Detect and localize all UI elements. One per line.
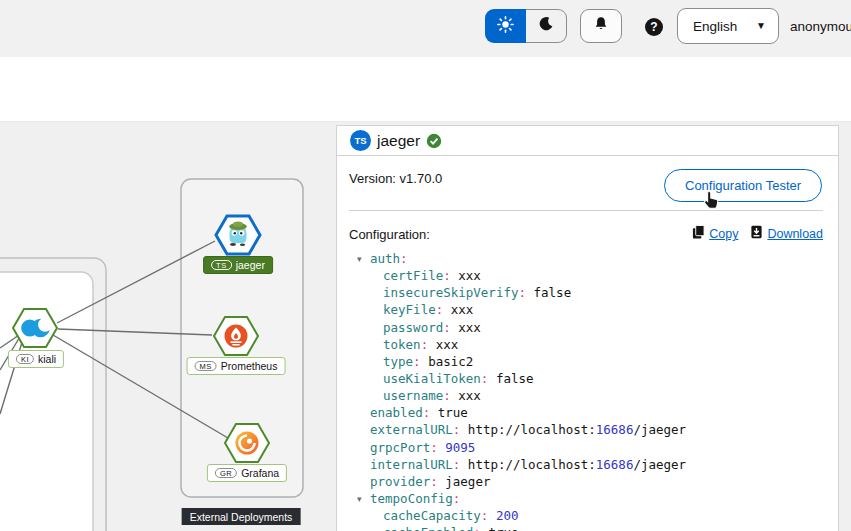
yaml-line: provider: jaeger [357, 473, 835, 490]
node-label-kiali[interactable]: KI kiali [8, 350, 64, 368]
yaml-value: xxx [458, 320, 481, 335]
check-circle-icon [426, 133, 442, 149]
yaml-colon: : [436, 302, 444, 317]
external-deployments-badge: External Deployments [182, 508, 301, 525]
yaml-key: cacheEnabled [383, 525, 473, 531]
grafana-logo [236, 432, 259, 455]
user-menu[interactable]: anonymous [790, 19, 851, 34]
yaml-colon: : [443, 388, 451, 403]
yaml-value: xxx [458, 268, 481, 283]
yaml-line: ▾tempoConfig: [357, 490, 835, 507]
masthead: ? English ▼ anonymous [0, 0, 851, 57]
theme-toggle-group [485, 9, 567, 43]
panel-title: jaeger [377, 132, 420, 150]
yaml-value: true [438, 405, 468, 420]
copy-link-label: Copy [709, 227, 738, 241]
yaml-value: false [534, 285, 572, 300]
yaml-colon: : [453, 457, 461, 472]
collapse-caret-icon[interactable]: ▾ [357, 251, 370, 268]
yaml-line: cacheEnabled: true [357, 524, 835, 531]
yaml-line: username: xxx [357, 387, 835, 404]
node-prometheus[interactable] [214, 317, 258, 355]
yaml-key: token [383, 337, 421, 352]
sun-icon [497, 16, 514, 37]
yaml-value: /jaeger [633, 457, 686, 472]
masthead-help-icon[interactable]: ? [645, 18, 663, 36]
yaml-key: password [383, 320, 443, 335]
node-kiali[interactable] [13, 309, 57, 347]
yaml-line: grpcPort: 9095 [357, 439, 835, 456]
dark-theme-toggle[interactable] [526, 9, 567, 43]
language-dropdown-value: English [693, 19, 756, 34]
download-link[interactable]: Download [750, 225, 823, 243]
yaml-line: cacheCapacity: 200 [357, 507, 835, 524]
yaml-key: useKialiToken [383, 371, 481, 386]
yaml-key: keyFile [383, 302, 436, 317]
yaml-colon: : [481, 508, 489, 523]
yaml-colon: : [400, 251, 408, 266]
yaml-colon: : [443, 268, 451, 283]
yaml-line: useKialiToken: false [357, 370, 835, 387]
node-type-badge: GR [215, 468, 237, 478]
node-jaeger[interactable] [216, 216, 260, 254]
yaml-viewer[interactable]: ▾auth:certFile: xxxinsecureSkipVerify: f… [357, 250, 835, 531]
yaml-number-value: 16686 [596, 422, 634, 437]
yaml-colon: : [453, 422, 461, 437]
node-type-badge: MS [195, 361, 217, 371]
yaml-colon: : [443, 320, 451, 335]
yaml-value: /jaeger [633, 422, 686, 437]
collapse-caret-icon[interactable]: ▾ [357, 491, 370, 508]
notifications-button[interactable] [580, 9, 622, 43]
yaml-colon: : [453, 491, 461, 506]
yaml-value: false [496, 371, 534, 386]
yaml-colon: : [430, 440, 438, 455]
cursor-pointer-icon [702, 190, 722, 216]
yaml-key: tempoConfig [370, 491, 453, 506]
yaml-key: certFile [383, 268, 443, 283]
prometheus-logo [225, 325, 248, 348]
yaml-value: xxx [451, 302, 474, 317]
node-label-text: Prometheus [221, 360, 278, 372]
yaml-value: xxx [458, 388, 481, 403]
node-label-text: Grafana [241, 467, 279, 479]
yaml-number-value: 16686 [596, 457, 634, 472]
download-icon [750, 225, 763, 243]
yaml-value: jaeger [445, 474, 490, 489]
yaml-line: type: basic2 [357, 353, 835, 370]
yaml-key: enabled [370, 405, 423, 420]
jaeger-logo [229, 222, 247, 247]
question-glyph: ? [650, 20, 657, 34]
yaml-value: http://localhost: [468, 457, 596, 472]
panel-divider [349, 210, 823, 211]
language-dropdown[interactable]: English ▼ [677, 8, 779, 44]
node-label-jaeger[interactable]: TS jaeger [203, 256, 273, 274]
yaml-key: auth [370, 251, 400, 266]
yaml-line: keyFile: xxx [357, 301, 835, 318]
yaml-line: enabled: true [357, 404, 835, 421]
download-link-label: Download [767, 227, 823, 241]
yaml-number-value: 9095 [445, 440, 475, 455]
detail-panel-header: TS jaeger [337, 126, 838, 156]
yaml-colon: : [413, 354, 421, 369]
yaml-colon: : [430, 474, 438, 489]
yaml-number-value: 200 [496, 508, 519, 523]
yaml-value: true [488, 525, 518, 531]
configuration-tester-button[interactable]: Configuration Tester [664, 169, 822, 202]
yaml-line: externalURL: http://localhost:16686/jaeg… [357, 421, 835, 438]
light-theme-toggle[interactable] [485, 9, 526, 43]
moon-icon [538, 16, 554, 36]
node-label-prometheus[interactable]: MS Prometheus [187, 357, 286, 375]
yaml-key: provider [370, 474, 430, 489]
yaml-colon: : [421, 337, 429, 352]
file-links: Copy Download [690, 225, 823, 243]
yaml-value: basic2 [428, 354, 473, 369]
yaml-line: password: xxx [357, 319, 835, 336]
yaml-key: internalURL [370, 457, 453, 472]
node-grafana[interactable] [225, 424, 269, 462]
node-label-grafana[interactable]: GR Grafana [207, 464, 287, 482]
node-label-text: jaeger [236, 259, 265, 271]
version-text: Version: v1.70.0 [349, 171, 442, 186]
yaml-key: externalURL [370, 422, 453, 437]
yaml-key: type [383, 354, 413, 369]
copy-link[interactable]: Copy [692, 225, 738, 243]
